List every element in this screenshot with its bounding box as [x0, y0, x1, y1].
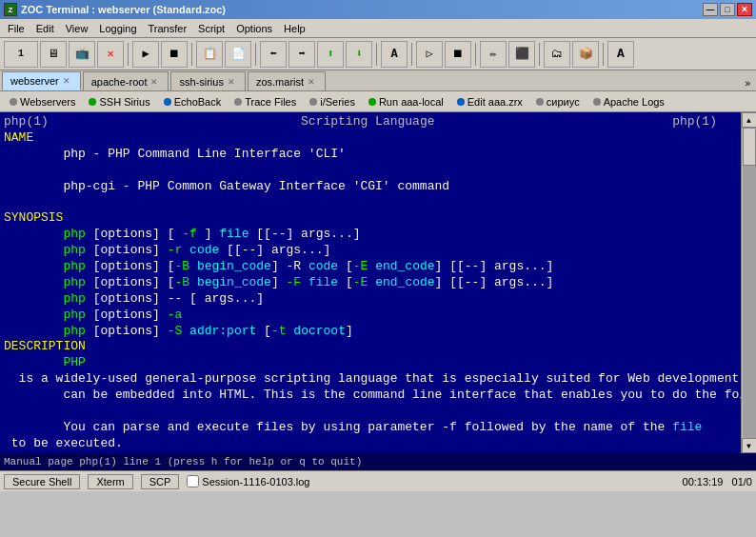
term-blank-1 [4, 163, 737, 179]
status-bar: Manual page php(1) line 1 (press h for h… [0, 453, 756, 470]
scroll-thumb[interactable] [743, 128, 756, 166]
scroll-down-btn[interactable]: ▼ [742, 438, 757, 453]
menu-view[interactable]: View [60, 19, 94, 37]
menu-transfer[interactable]: Transfer [143, 19, 193, 37]
xterm-label: Xterm [96, 476, 124, 487]
tab-apache-root[interactable]: apache-root ✕ [83, 71, 169, 90]
title-bar-left: Z ZOC Terminal : webserver (Standard.zoc… [4, 3, 226, 16]
term-blank-2 [4, 194, 737, 210]
header-right: php(1) [672, 114, 717, 130]
toolbar-btn-package[interactable]: 📦 [572, 41, 599, 68]
bookmark-iseries-icon [309, 98, 317, 106]
tab-webserver[interactable]: webserver ✕ [2, 71, 81, 90]
bookmark-trace-icon [234, 98, 242, 106]
minimize-button[interactable]: — [703, 3, 718, 16]
toolbar-btn-close[interactable]: ✕ [97, 41, 124, 68]
status-text: Manual page php(1) line 1 (press h for h… [4, 456, 362, 467]
term-synopsis-1: php [options] [ -f ] file [[--] args...] [4, 227, 737, 243]
toolbar-btn-down[interactable]: ⬇ [346, 41, 372, 68]
tab-ssh-sirius[interactable]: ssh-sirius ✕ [170, 71, 245, 90]
close-button[interactable]: ✕ [737, 3, 752, 16]
toolbar-btn-1[interactable]: 1 [4, 41, 38, 68]
bookmark-echo-icon [164, 98, 171, 106]
bookmark-echo-label: EchoBack [174, 96, 222, 108]
session-log-checkbox[interactable] [187, 475, 199, 487]
bookmark-run-label: Run aaa-local [379, 96, 444, 108]
menu-edit[interactable]: Edit [30, 19, 60, 37]
tabs-overflow-btn[interactable]: » [741, 76, 754, 90]
scroll-up-btn[interactable]: ▲ [742, 112, 757, 128]
bookmark-run-aaa[interactable]: Run aaa-local [363, 93, 449, 110]
toolbar-sep-4 [376, 43, 377, 66]
scroll-track[interactable] [743, 128, 756, 438]
bookmark-edit-aaa[interactable]: Edit aaa.zrx [451, 93, 528, 110]
header-center: Scripting Language [301, 114, 672, 130]
tab-zos-close[interactable]: ✕ [308, 77, 315, 87]
toolbar-btn-dark[interactable]: ⬛ [508, 41, 535, 68]
term-synopsis-6: php [options] -a [4, 308, 737, 324]
scp-btn[interactable]: SCP [141, 474, 180, 489]
toolbar-sep-8 [603, 43, 604, 66]
toolbar-btn-play[interactable]: ▶ [132, 41, 159, 68]
bookmark-webservers[interactable]: Webservers [4, 93, 81, 110]
window-controls: — □ ✕ [703, 3, 752, 16]
menu-file[interactable]: File [2, 19, 30, 37]
toolbar-btn-doc[interactable]: 📄 [225, 41, 251, 68]
bookmarks-bar: Webservers SSH Sirius EchoBack Trace Fil… [0, 91, 756, 112]
bookmark-apache-logs[interactable]: Apache Logs [587, 93, 670, 110]
bookmark-sirius-icon [536, 98, 544, 106]
term-synopsis-2: php [options] -r code [[--] args...] [4, 243, 737, 259]
bookmark-echoback[interactable]: EchoBack [158, 93, 228, 110]
tab-apache-close[interactable]: ✕ [150, 77, 158, 87]
toolbar-btn-right[interactable]: ➡ [288, 41, 315, 68]
terminal[interactable]: php(1) Scripting Language php(1) NAME ph… [0, 112, 741, 453]
term-blank-4 [4, 452, 737, 453]
tab-apache-label: apache-root [91, 76, 148, 88]
toolbar-btn-text[interactable]: A [607, 41, 634, 68]
toolbar-btn-edit[interactable]: ✏ [480, 41, 507, 68]
maximize-button[interactable]: □ [720, 3, 735, 16]
toolbar-btn-clipboard[interactable]: 📋 [196, 41, 223, 68]
menu-logging[interactable]: Logging [93, 19, 142, 37]
bookmark-iseries-label: i/Series [320, 96, 355, 108]
time-display: 00:13:19 [683, 476, 724, 487]
tab-zos[interactable]: zos.marist ✕ [248, 71, 326, 90]
secure-shell-btn[interactable]: Secure Shell [4, 474, 80, 489]
term-desc-label: DESCRIPTION [4, 339, 737, 355]
toolbar-btn-stop[interactable]: ⏹ [161, 41, 188, 68]
bookmark-sirius-label: сириус [547, 96, 580, 108]
terminal-header: php(1) Scripting Language php(1) [4, 114, 737, 130]
bookmark-apache-icon [593, 98, 601, 106]
tab-webserver-close[interactable]: ✕ [63, 76, 70, 86]
term-desc-3: You can parse and execute files by using… [4, 420, 737, 452]
toolbar-btn-folder[interactable]: 🗂 [544, 41, 570, 68]
bookmark-ssh-sirius[interactable]: SSH Sirius [83, 93, 155, 110]
status-time: 00:13:19 01/0 [683, 476, 752, 487]
toolbar-btn-monitor[interactable]: 📺 [69, 41, 95, 68]
toolbar-sep-3 [255, 43, 256, 66]
toolbar-btn-run[interactable]: ▷ [416, 41, 443, 68]
toolbar-btn-stop2[interactable]: ⏹ [445, 41, 471, 68]
menu-options[interactable]: Options [230, 19, 278, 37]
bookmark-apache-label: Apache Logs [604, 96, 665, 108]
bookmark-edit-icon [457, 98, 465, 106]
menu-help[interactable]: Help [278, 19, 311, 37]
terminal-scrollbar[interactable]: ▲ ▼ [741, 112, 756, 453]
bookmark-trace[interactable]: Trace Files [229, 93, 302, 110]
toolbar-sep-6 [475, 43, 476, 66]
toolbar-sep-2 [191, 43, 192, 66]
bookmark-sirius-ru[interactable]: сириус [530, 93, 586, 110]
tab-ssh-close[interactable]: ✕ [228, 77, 235, 87]
toolbar-btn-screen[interactable]: 🖥 [40, 41, 67, 68]
toolbar-sep-1 [128, 43, 129, 66]
toolbar-btn-font[interactable]: A [381, 41, 408, 68]
toolbar-btn-left[interactable]: ⬅ [260, 41, 287, 68]
xterm-btn[interactable]: Xterm [88, 474, 132, 489]
bookmark-iseries[interactable]: i/Series [304, 93, 361, 110]
secure-shell-label: Secure Shell [12, 476, 71, 487]
toolbar-btn-up[interactable]: ⬆ [317, 41, 344, 68]
term-name-label: NAME [4, 130, 737, 147]
menu-script[interactable]: Script [192, 19, 230, 37]
term-php-cli: php - PHP Command Line Interface 'CLI' [4, 147, 737, 163]
bottom-bar: Secure Shell Xterm SCP Session-1116-0103… [0, 470, 756, 491]
